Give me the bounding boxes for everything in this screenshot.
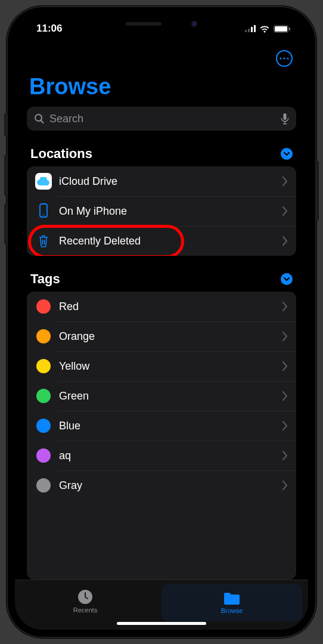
search-placeholder: Search bbox=[49, 113, 276, 125]
clock-icon bbox=[77, 589, 94, 605]
cellular-icon bbox=[245, 25, 256, 32]
tag-item[interactable]: Orange bbox=[27, 321, 296, 351]
chevron-right-icon bbox=[282, 421, 288, 431]
svg-rect-0 bbox=[245, 30, 247, 32]
tag-item[interactable]: Green bbox=[27, 381, 296, 411]
tag-color-dot bbox=[36, 478, 51, 493]
tag-item[interactable]: Yellow bbox=[27, 351, 296, 381]
page-title: Browse bbox=[27, 70, 296, 107]
chevron-right-icon bbox=[282, 177, 288, 186]
battery-icon bbox=[274, 25, 290, 33]
chevron-right-icon bbox=[282, 451, 288, 460]
locations-collapse-button[interactable] bbox=[281, 148, 293, 160]
status-indicators bbox=[245, 25, 290, 33]
location-label: iCloud Drive bbox=[59, 175, 282, 188]
tag-item[interactable]: Blue bbox=[27, 411, 296, 441]
svg-rect-5 bbox=[275, 26, 287, 32]
tab-label: Recents bbox=[73, 606, 97, 614]
chevron-right-icon bbox=[282, 302, 288, 311]
tag-color-dot bbox=[36, 299, 51, 314]
svg-rect-2 bbox=[251, 27, 253, 32]
icloud-icon bbox=[35, 173, 52, 190]
tag-color-dot bbox=[36, 448, 51, 463]
svg-point-12 bbox=[43, 215, 44, 216]
tag-color-dot bbox=[36, 389, 51, 403]
dictation-icon[interactable] bbox=[281, 113, 289, 125]
location-item-on-my-iphone[interactable]: On My iPhone bbox=[27, 196, 296, 226]
chevron-down-icon bbox=[284, 152, 290, 156]
chevron-right-icon bbox=[282, 206, 288, 216]
location-item-icloud[interactable]: iCloud Drive bbox=[27, 166, 296, 196]
status-time: 11:06 bbox=[36, 23, 62, 35]
chevron-right-icon bbox=[282, 332, 288, 341]
tag-item[interactable]: Red bbox=[27, 292, 296, 321]
svg-rect-6 bbox=[289, 27, 290, 30]
wifi-icon bbox=[259, 25, 270, 33]
tag-item[interactable]: Gray bbox=[27, 470, 296, 500]
tag-label: Gray bbox=[59, 479, 282, 492]
tag-label: Blue bbox=[59, 420, 282, 432]
tag-label: Orange bbox=[59, 330, 282, 343]
svg-rect-10 bbox=[284, 113, 287, 120]
folder-icon bbox=[223, 592, 241, 606]
search-icon bbox=[34, 113, 45, 124]
trash-icon bbox=[35, 233, 52, 249]
tab-label: Browse bbox=[221, 607, 243, 614]
tag-label: Yellow bbox=[59, 360, 282, 373]
chevron-down-icon bbox=[284, 277, 290, 281]
more-options-button[interactable] bbox=[276, 50, 293, 67]
chevron-right-icon bbox=[282, 391, 288, 401]
tag-item[interactable]: aq bbox=[27, 441, 296, 470]
locations-header: Locations bbox=[30, 146, 92, 162]
tag-label: Green bbox=[59, 390, 282, 402]
svg-point-7 bbox=[279, 57, 281, 59]
tag-color-dot bbox=[36, 329, 51, 343]
location-label: On My iPhone bbox=[59, 205, 282, 218]
chevron-right-icon bbox=[282, 481, 288, 490]
svg-point-8 bbox=[283, 57, 285, 59]
search-field[interactable]: Search bbox=[27, 107, 296, 131]
location-label: Recently Deleted bbox=[59, 235, 282, 247]
svg-point-9 bbox=[287, 57, 288, 59]
tags-collapse-button[interactable] bbox=[281, 273, 293, 285]
chevron-right-icon bbox=[282, 361, 288, 371]
tag-label: Red bbox=[59, 301, 282, 313]
tab-recents[interactable]: Recents bbox=[15, 580, 156, 621]
chevron-right-icon bbox=[282, 236, 288, 246]
home-indicator[interactable] bbox=[117, 622, 206, 625]
tag-label: aq bbox=[59, 450, 282, 462]
location-item-recently-deleted[interactable]: Recently Deleted bbox=[27, 226, 296, 256]
svg-rect-1 bbox=[248, 29, 250, 32]
tag-color-dot bbox=[36, 359, 51, 373]
tags-header: Tags bbox=[30, 271, 60, 287]
tab-browse[interactable]: Browse bbox=[162, 584, 302, 621]
tag-color-dot bbox=[36, 419, 51, 433]
phone-icon bbox=[35, 203, 52, 219]
svg-rect-3 bbox=[254, 25, 256, 32]
